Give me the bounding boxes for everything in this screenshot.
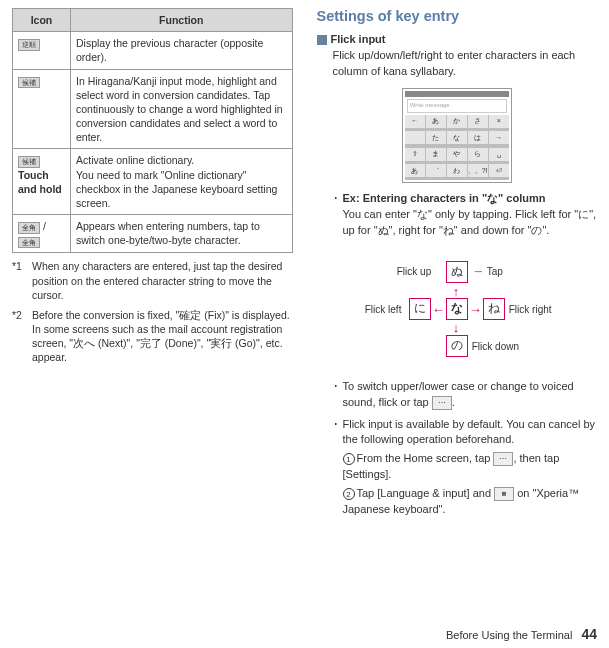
label-flick-down: Flick down	[472, 340, 519, 355]
icon-candidate-hold: 候補	[18, 156, 40, 168]
square-bullet-icon	[317, 35, 327, 45]
flick-default-text: Flick input is available by default. You…	[343, 418, 596, 446]
table-row: 候補 Touch and hold Activate online dictio…	[13, 149, 293, 215]
footnote-1: *1 When any characters are entered, just…	[12, 259, 293, 302]
flick-diagram: な ぬ の に ね ↑ ↓ ← → Flick up ─ Tap Flick l…	[367, 249, 547, 369]
page-footer: Before Using the Terminal 44	[446, 626, 597, 642]
table-row: 候補 In Hiragana/Kanji input mode, highlig…	[13, 69, 293, 149]
step-1-icon: 1	[343, 453, 355, 465]
arrow-down-icon: ↓	[453, 319, 460, 338]
label-flick-right: Flick right	[509, 303, 552, 318]
page-number: 44	[581, 626, 597, 642]
arrow-right-icon: →	[469, 301, 482, 320]
example-title: Ex: Entering characters in "な" column	[343, 192, 546, 204]
footnote-2: *2 Before the conversion is fixed, "確定 (…	[12, 308, 293, 365]
step-2-icon: 2	[343, 488, 355, 500]
table-row: 逆順 Display the previous character (oppos…	[13, 32, 293, 69]
apps-key-icon	[493, 452, 513, 466]
bullet-dot-icon: ･	[333, 191, 343, 239]
cell-text: In Hiragana/Kanji input mode, highlight …	[71, 69, 293, 149]
cell-up: ぬ	[446, 261, 468, 283]
label-flick-left: Flick left	[365, 303, 402, 318]
cell-text: Activate online dictionary. You need to …	[71, 149, 293, 215]
cell-left: に	[409, 298, 431, 320]
bullet-dot-icon: ･	[333, 379, 343, 411]
arrow-up-icon: ↑	[453, 283, 460, 302]
cell-text: Appears when entering numbers, tap to sw…	[71, 215, 293, 253]
flick-input-desc: Flick up/down/left/right to enter charac…	[317, 48, 598, 80]
flick-input-title: Flick input	[331, 33, 386, 45]
icon-candidate: 候補	[18, 77, 40, 89]
icon-function-table: Icon Function 逆順 Display the previous ch…	[12, 8, 293, 253]
cell-down: の	[446, 335, 468, 357]
message-field-placeholder: Write message	[407, 99, 507, 113]
settings-key-icon	[494, 487, 514, 501]
cell-right: ね	[483, 298, 505, 320]
touch-hold-label: Touch and hold	[18, 169, 62, 195]
th-function: Function	[71, 9, 293, 32]
example-body: You can enter "な" only by tapping. Flick…	[343, 208, 597, 236]
icon-reverse: 逆順	[18, 39, 40, 51]
kana-grid: ←あかさ× たなは→ ⇧まやら␣ あ゛わ、。?!⏎	[405, 115, 509, 180]
dakuten-key-icon	[432, 396, 452, 410]
table-row: 全角 / 全角 Appears when entering numbers, t…	[13, 215, 293, 253]
section-heading: Settings of key entry	[317, 8, 598, 24]
bullet-dot-icon: ･	[333, 417, 343, 519]
th-icon: Icon	[13, 9, 71, 32]
cell-text: Display the previous character (opposite…	[71, 32, 293, 69]
label-flick-up: Flick up	[397, 265, 431, 280]
label-tap: Tap	[487, 265, 503, 280]
arrow-left-icon: ←	[432, 301, 445, 320]
keyboard-screenshot: Write message ←あかさ× たなは→ ⇧まやら␣ あ゛わ、。?!⏎	[402, 88, 512, 183]
tap-line: ─	[475, 265, 482, 280]
icon-fullwidth-2: 全角	[18, 237, 40, 249]
switch-case-text: To switch upper/lower case or change to …	[343, 380, 574, 408]
icon-fullwidth-1: 全角	[18, 222, 40, 234]
